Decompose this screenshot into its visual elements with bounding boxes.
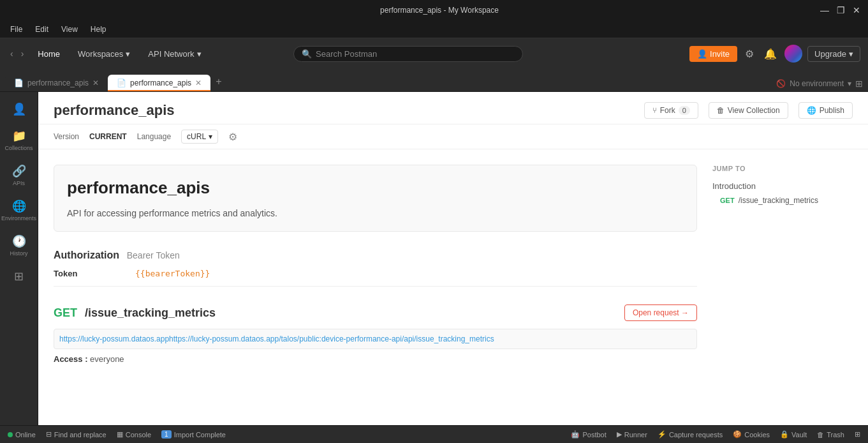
endpoint-path: /issue_tracking_metrics <box>85 306 216 320</box>
console-icon: ▦ <box>117 430 123 439</box>
workspaces-chevron-icon: ▾ <box>126 49 130 59</box>
postbot-label: Postbot <box>582 431 606 439</box>
token-value: {{bearerToken}} <box>135 269 210 278</box>
language-dropdown[interactable]: cURL ▾ <box>181 130 218 144</box>
search-input[interactable] <box>316 49 515 59</box>
back-button[interactable]: ‹ <box>8 46 16 61</box>
grid-button[interactable]: ⊞ <box>855 430 860 439</box>
sidebar-item-history[interactable]: 🕐 History <box>3 229 36 262</box>
vault-label: Vault <box>791 431 807 439</box>
capture-label: Capture requests <box>669 431 723 439</box>
tab-view-icon[interactable]: ⊞ <box>855 79 863 89</box>
view-collection-button[interactable]: 🗑 View Collection <box>709 102 788 119</box>
invite-label: Invite <box>710 49 730 59</box>
more-icon: ⊞ <box>14 269 24 283</box>
collections-icon: 📁 <box>12 129 26 143</box>
menu-view[interactable]: View <box>56 24 83 35</box>
api-description-box: performance_apis API for accessing perfo… <box>54 165 697 232</box>
postbot-button[interactable]: 🤖 Postbot <box>571 430 606 439</box>
environment-selector-icon: 🚫 <box>776 79 786 88</box>
jump-path[interactable]: /issue_tracking_metrics <box>739 196 818 205</box>
publish-button[interactable]: 🌐 Publish <box>798 102 853 119</box>
language-label: Language <box>137 132 171 141</box>
menubar: File Edit View Help <box>0 20 868 38</box>
status-online[interactable]: Online <box>8 431 36 439</box>
console-label: Console <box>126 431 151 439</box>
sidebar-item-apis[interactable]: 🔗 APIs <box>3 159 36 191</box>
menu-help[interactable]: Help <box>85 24 112 35</box>
open-request-button[interactable]: Open request → <box>624 304 697 321</box>
access-label: Access : <box>54 354 87 364</box>
version-label: Version <box>54 132 79 141</box>
restore-button[interactable]: ❐ <box>837 5 845 15</box>
language-value: cURL <box>187 132 206 141</box>
version-bar: Version CURRENT Language cURL ▾ ⚙ <box>38 124 868 149</box>
find-replace-icon: ⊟ <box>46 430 52 439</box>
auth-section: Authorization Bearer Token Token {{beare… <box>54 242 697 287</box>
runner-label: Runner <box>624 431 647 439</box>
capture-icon: ⚡ <box>658 430 666 439</box>
api-network-chevron-icon: ▾ <box>197 49 202 59</box>
sidebar-item-collections[interactable]: 📁 Collections <box>3 124 36 156</box>
invite-button[interactable]: 👤 Invite <box>689 46 737 62</box>
workspaces-button[interactable]: Workspaces ▾ <box>71 47 136 61</box>
doc-content: performance_apis API for accessing perfo… <box>38 149 868 425</box>
vault-button[interactable]: 🔒 Vault <box>780 430 807 439</box>
environment-chevron-icon: ▾ <box>848 79 851 88</box>
capture-button[interactable]: ⚡ Capture requests <box>658 430 723 439</box>
api-network-button[interactable]: API Network ▾ <box>142 47 207 61</box>
sidebar-item-more[interactable]: ⊞ <box>3 264 36 289</box>
view-collection-label: View Collection <box>728 106 780 115</box>
main-layout: 👤 📁 Collections 🔗 APIs 🌐 Environments 🕐 … <box>0 92 868 425</box>
api-network-label: API Network <box>148 49 194 59</box>
invite-icon: 👤 <box>697 49 707 59</box>
tab-inactive[interactable]: 📄 performance_apis ✕ <box>5 75 108 91</box>
menu-file[interactable]: File <box>5 24 27 35</box>
close-button[interactable]: ✕ <box>853 5 860 15</box>
online-label: Online <box>15 431 36 439</box>
console-button[interactable]: ▦ Console <box>117 430 151 439</box>
sidebar-item-profile[interactable]: 👤 <box>3 97 36 121</box>
tab-active[interactable]: 📄 performance_apis ✕ <box>108 75 210 91</box>
forward-button[interactable]: › <box>18 46 27 61</box>
menu-edit[interactable]: Edit <box>30 24 54 35</box>
endpoint-url: https://lucky-possum.dataos.apphttps://l… <box>54 329 697 349</box>
trash-button[interactable]: 🗑 Trash <box>817 431 844 439</box>
history-icon: 🕐 <box>12 234 26 248</box>
titlebar-title: performance_apis - My Workspace <box>59 6 820 15</box>
search-bar[interactable]: 🔍 <box>293 46 523 62</box>
version-settings-button[interactable]: ⚙ <box>228 131 237 143</box>
api-title: performance_apis <box>67 178 684 198</box>
find-replace-button[interactable]: ⊟ Find and replace <box>46 430 107 439</box>
fork-count: 0 <box>679 106 690 115</box>
nav-arrows: ‹ › <box>8 46 26 61</box>
nav-right: 👤 Invite ⚙ 🔔 Upgrade ▾ <box>689 45 860 63</box>
publish-icon: 🌐 <box>807 106 816 115</box>
tab-add-button[interactable]: + <box>210 72 226 91</box>
runner-button[interactable]: ▶ Runner <box>617 430 647 439</box>
view-collection-icon: 🗑 <box>717 106 725 115</box>
apis-label: APIs <box>13 180 25 186</box>
tab-inactive-close[interactable]: ✕ <box>92 79 99 87</box>
jump-introduction-link[interactable]: Introduction <box>712 179 853 193</box>
import-status: 1 Import Complete <box>161 430 226 439</box>
fork-button[interactable]: ⑂ Fork 0 <box>644 102 698 119</box>
minimize-button[interactable]: — <box>820 5 829 15</box>
settings-button[interactable]: ⚙ <box>742 45 756 63</box>
import-badge: 1 <box>161 430 172 439</box>
doc-main: performance_apis API for accessing perfo… <box>54 165 697 410</box>
tab-active-close[interactable]: ✕ <box>195 79 202 87</box>
sidebar-icons: 👤 📁 Collections 🔗 APIs 🌐 Environments 🕐 … <box>0 92 38 425</box>
history-label: History <box>10 250 27 257</box>
cookies-button[interactable]: 🍪 Cookies <box>733 430 770 439</box>
notifications-button[interactable]: 🔔 <box>761 45 779 63</box>
home-button[interactable]: Home <box>31 47 66 61</box>
sidebar-item-environments[interactable]: 🌐 Environments <box>3 194 36 227</box>
upgrade-button[interactable]: Upgrade ▾ <box>807 46 860 62</box>
language-chevron-icon: ▾ <box>209 132 212 141</box>
avatar[interactable] <box>784 45 802 63</box>
jump-to-label: JUMP TO <box>712 165 853 172</box>
find-replace-label: Find and replace <box>54 431 107 439</box>
tab-inactive-label: performance_apis <box>27 79 89 87</box>
access-value: everyone <box>90 354 124 364</box>
